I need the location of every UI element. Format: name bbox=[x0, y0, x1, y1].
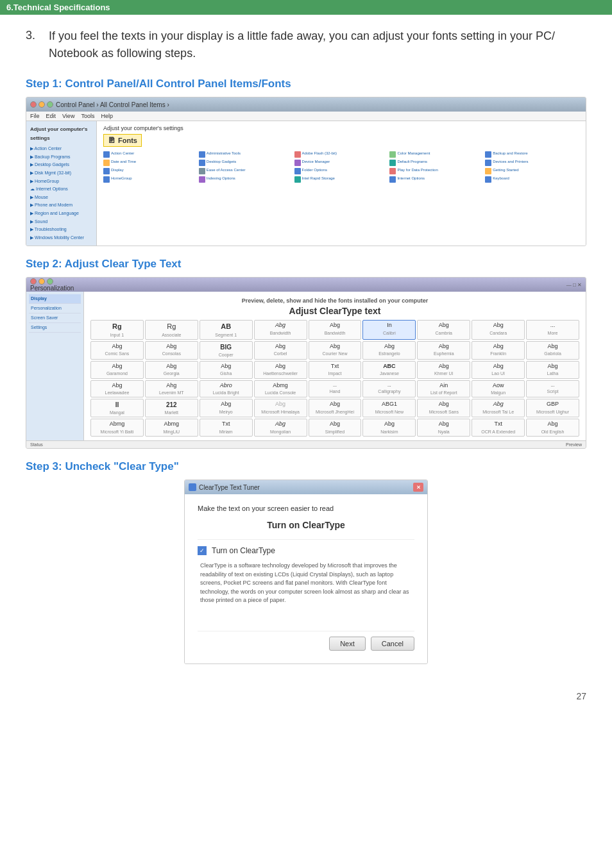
font-cell[interactable]: Abg Gabriola bbox=[526, 341, 579, 360]
sidebar-link-mouse[interactable]: ▶ Mouse bbox=[30, 194, 92, 202]
font-cell[interactable]: Abg Lao UI bbox=[472, 361, 525, 379]
cp-item[interactable]: Device Manager bbox=[294, 159, 389, 166]
font-cell[interactable]: Abg Euphemia bbox=[417, 341, 470, 360]
font-cell[interactable]: ... Hand bbox=[309, 380, 362, 398]
cp-item[interactable]: Getting Started bbox=[485, 167, 579, 174]
cp-item[interactable]: Default Programs bbox=[389, 159, 484, 166]
cp-item[interactable]: Intel Rapid Storage bbox=[294, 176, 389, 183]
font-cell[interactable]: Abmg Microsoft Yi Baiti bbox=[90, 419, 144, 437]
font-cell[interactable]: Abg Microsoft Tai Le bbox=[472, 399, 525, 417]
cp-item[interactable]: Adobe Flash (32-bit) bbox=[294, 151, 389, 158]
font-cell[interactable]: Abg Courier New bbox=[309, 341, 362, 360]
font-cell[interactable]: ... Calligraphy bbox=[362, 380, 416, 398]
font-cell[interactable]: Ain List of Report bbox=[417, 380, 470, 398]
cp-item[interactable]: Folder Options bbox=[294, 167, 389, 174]
font-cell[interactable]: Ahg Levenim MT bbox=[145, 380, 198, 398]
ct-sidebar-screensaver[interactable]: Screen Saver bbox=[29, 313, 81, 323]
font-cell[interactable]: Abg Estrangelo bbox=[362, 341, 416, 360]
font-cell[interactable]: Abg Cambria bbox=[417, 320, 470, 339]
font-cell[interactable]: Abg Candara bbox=[472, 320, 525, 339]
font-cell[interactable]: Abg Franklin bbox=[472, 341, 525, 360]
font-cell[interactable]: Txt Impact bbox=[309, 361, 362, 379]
menu-help[interactable]: Help bbox=[101, 113, 113, 119]
font-cell[interactable]: ... Script bbox=[526, 380, 579, 398]
cp-item[interactable]: Play for Data Protection bbox=[389, 167, 484, 174]
font-cell[interactable]: Abg Georgia bbox=[145, 361, 198, 379]
cp-item[interactable]: Display bbox=[103, 167, 198, 174]
sidebar-link-windows-mob[interactable]: ▶ Windows Mobility Center bbox=[30, 234, 92, 242]
font-cell[interactable]: Abg Khmer UI bbox=[417, 361, 470, 379]
font-cell[interactable]: AB Segment 1 bbox=[200, 320, 253, 339]
ct-sidebar-settings[interactable]: Settings bbox=[29, 323, 81, 333]
font-cell[interactable]: Abro Lucida Bright bbox=[200, 380, 253, 398]
cp-item[interactable]: Backup and Restore bbox=[485, 151, 579, 158]
font-cell[interactable]: Abg Narkisim bbox=[362, 419, 416, 437]
font-cell[interactable]: Abg Bandwidth bbox=[254, 320, 307, 339]
close-button[interactable] bbox=[30, 101, 37, 108]
cancel-button[interactable]: Cancel bbox=[371, 637, 414, 651]
ct-sidebar-display[interactable]: Display bbox=[29, 294, 81, 304]
font-cell[interactable]: Rg Associate bbox=[145, 320, 198, 339]
cp-item[interactable]: Administrative Tools bbox=[199, 151, 293, 158]
ct-min[interactable] bbox=[38, 278, 45, 285]
sidebar-link-backup[interactable]: ▶ Backup Programs bbox=[30, 153, 92, 162]
font-cell[interactable]: GBP Microsoft Uighur bbox=[526, 399, 579, 417]
font-cell[interactable]: Abg Latha bbox=[526, 361, 579, 379]
font-cell[interactable]: Abg Comic Sans bbox=[90, 341, 144, 360]
font-cell[interactable]: Aow Malgun bbox=[472, 380, 525, 398]
menu-view[interactable]: View bbox=[62, 113, 74, 119]
sidebar-link-disk[interactable]: ▶ Disk Mgmt (32-bit) bbox=[30, 169, 92, 178]
font-cell[interactable]: II Mangal bbox=[90, 399, 144, 417]
menu-tools[interactable]: Tools bbox=[81, 113, 94, 119]
sidebar-link-region[interactable]: ▶ Region and Language bbox=[30, 210, 92, 218]
font-cell[interactable]: Abg Consolas bbox=[145, 341, 198, 360]
sidebar-link-action[interactable]: ▶ Action Center bbox=[30, 145, 92, 153]
font-cell[interactable]: Abg Microsoft Sans bbox=[417, 399, 470, 417]
next-button[interactable]: Next bbox=[329, 637, 366, 651]
sidebar-link-sound[interactable]: ▶ Sound bbox=[30, 218, 92, 226]
cp-item[interactable]: Internet Options bbox=[389, 176, 484, 183]
menu-file[interactable]: File bbox=[30, 113, 40, 119]
font-cell[interactable]: Abg Garamond bbox=[90, 361, 144, 379]
font-cell[interactable]: Abg Simplified bbox=[309, 419, 362, 437]
ct-close[interactable] bbox=[30, 278, 37, 285]
font-cell[interactable]: Txt OCR A Extended bbox=[472, 419, 525, 437]
font-cell[interactable]: Rg Input 1 bbox=[90, 320, 144, 339]
cp-item[interactable]: Action Center bbox=[103, 151, 198, 158]
cp-item[interactable]: Ease of Access Center bbox=[199, 167, 293, 174]
sidebar-link-trouble[interactable]: ▶ Troubleshooting bbox=[30, 226, 92, 234]
font-cell[interactable]: Abmg MingLiU bbox=[145, 419, 198, 437]
ct3-cleartype-checkbox[interactable]: ✓ bbox=[198, 546, 207, 555]
minimize-button[interactable] bbox=[38, 101, 45, 108]
font-cell[interactable]: ... More bbox=[526, 320, 579, 339]
font-cell[interactable]: Abmg Lucida Console bbox=[254, 380, 307, 398]
cp-item[interactable]: Desktop Gadgets bbox=[199, 159, 293, 166]
ct-max[interactable] bbox=[47, 278, 53, 285]
font-cell[interactable]: Abg Nyala bbox=[417, 419, 470, 437]
font-cell[interactable]: Abg Corbel bbox=[254, 341, 307, 360]
font-cell[interactable]: Abg Mongolian bbox=[254, 419, 307, 437]
font-cell[interactable]: Abg Haettenschweiler bbox=[254, 361, 307, 379]
font-cell[interactable]: BIG Cooper bbox=[200, 341, 253, 360]
font-cell[interactable]: In Calibri bbox=[362, 320, 416, 339]
cp-item[interactable]: HomeGroup bbox=[103, 176, 198, 183]
font-cell[interactable]: Abg Gisha bbox=[200, 361, 253, 379]
menu-edit[interactable]: Edit bbox=[46, 113, 56, 119]
font-cell[interactable]: Abg Bandwidth bbox=[309, 320, 362, 339]
font-cell[interactable]: Abg Leelawadee bbox=[90, 380, 144, 398]
font-cell[interactable]: ABG1 Microsoft New bbox=[362, 399, 416, 417]
sidebar-link-homegroup[interactable]: ▶ HomeGroup bbox=[30, 178, 92, 186]
ct-sidebar-personalization[interactable]: Personalization bbox=[29, 304, 81, 313]
sidebar-link-phone[interactable]: ▶ Phone and Modem bbox=[30, 201, 92, 210]
font-cell[interactable]: Abg Microsoft JhengHei bbox=[309, 399, 362, 417]
maximize-button[interactable] bbox=[47, 101, 53, 108]
cp-item[interactable]: Date and Time bbox=[103, 159, 198, 166]
cp-item[interactable]: Indexing Options bbox=[199, 176, 293, 183]
font-cell[interactable]: Abg Microsoft Himalaya bbox=[254, 399, 307, 417]
sidebar-link-internet[interactable]: ☁ Internet Options bbox=[30, 185, 92, 194]
font-cell[interactable]: Abg Old English bbox=[526, 419, 579, 437]
sidebar-link-desktop[interactable]: ▶ Desktop Gadgets bbox=[30, 161, 92, 169]
font-cell[interactable]: ABC Javanese bbox=[362, 361, 416, 379]
font-cell[interactable]: Txt Miriam bbox=[200, 419, 253, 437]
ct3-close-button[interactable]: ✕ bbox=[413, 483, 423, 492]
